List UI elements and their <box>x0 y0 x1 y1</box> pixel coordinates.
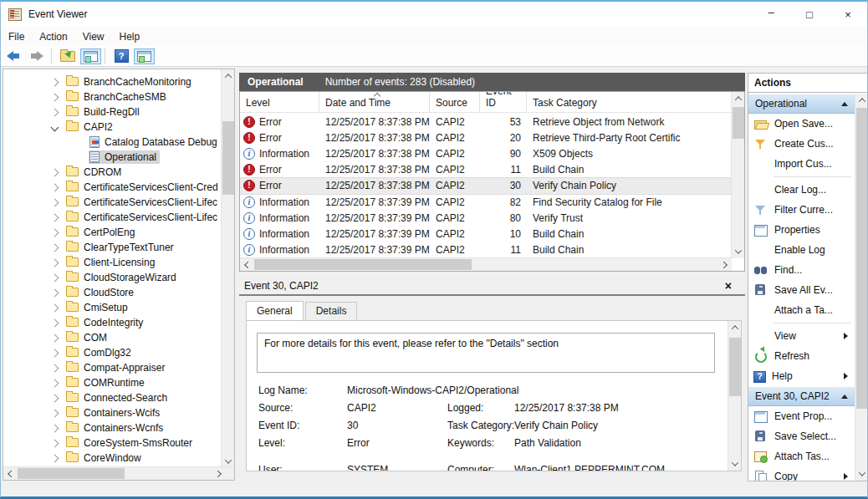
export-button[interactable] <box>57 47 79 65</box>
tree-vscroll-thumb[interactable] <box>222 121 234 195</box>
tree-item-compat-appraiser[interactable]: Compat-Appraiser <box>3 360 221 375</box>
menu-help[interactable]: Help <box>112 28 148 45</box>
action-copy[interactable]: Copy <box>748 466 855 481</box>
chevron-right-icon[interactable] <box>51 93 59 101</box>
chevron-right-icon[interactable] <box>51 334 59 342</box>
tree-item-branchcachesmb[interactable]: BranchCacheSMB <box>3 89 221 104</box>
chevron-right-icon[interactable] <box>51 78 59 86</box>
tree-item-com[interactable]: COM <box>3 330 221 345</box>
action-save-selected-events[interactable]: Save Select... <box>748 426 855 446</box>
column-header-task-category[interactable]: Task Category <box>527 92 731 112</box>
action-save-all-events[interactable]: Save All Ev... <box>748 280 855 300</box>
chevron-right-icon[interactable] <box>51 288 59 297</box>
chevron-right-icon[interactable] <box>51 303 59 312</box>
chevron-right-icon[interactable] <box>51 364 59 372</box>
action-properties[interactable]: Properties <box>748 220 855 240</box>
scroll-right-icon[interactable] <box>718 258 732 272</box>
maximize-button[interactable]: □ <box>790 2 829 27</box>
scroll-down-icon[interactable] <box>855 467 868 481</box>
tree-item-cmisetup[interactable]: CmiSetup <box>3 300 221 315</box>
chevron-right-icon[interactable] <box>51 439 59 447</box>
column-header-event-id[interactable]: Event ID <box>480 92 527 112</box>
chevron-down-icon[interactable] <box>51 123 59 131</box>
show-console-tree-button[interactable] <box>80 48 101 64</box>
tree-item-build-regdll[interactable]: Build-RegDll <box>3 104 221 120</box>
tree-item-catalog-database-debug[interactable]: Catalog Database Debug <box>3 135 221 150</box>
events-hscroll-thumb[interactable] <box>254 259 472 270</box>
chevron-right-icon[interactable] <box>51 424 59 432</box>
tree-item-branchcachemonitoring[interactable]: BranchCacheMonitoring <box>3 74 221 89</box>
action-filter-current-log[interactable]: Filter Curre... <box>748 200 855 220</box>
tree-item-client-licensing[interactable]: Client-Licensing <box>3 255 221 270</box>
detail-vscroll-thumb[interactable] <box>729 338 741 396</box>
tree-item-certificateservicesclient-lifec1[interactable]: CertificateServicesClient-Lifec <box>3 195 221 210</box>
chevron-right-icon[interactable] <box>51 213 59 221</box>
scroll-up-icon[interactable] <box>728 321 742 334</box>
chevron-right-icon[interactable] <box>51 273 59 282</box>
events-horizontal-scrollbar[interactable] <box>240 257 732 271</box>
tree-item-capi2[interactable]: CAPI2 <box>3 120 221 135</box>
event-row[interactable]: iInformation12/25/2017 8:37:39 PMCAPI210… <box>240 226 731 242</box>
chevron-right-icon[interactable] <box>51 394 59 402</box>
column-header-source[interactable]: Source <box>430 92 480 112</box>
tree-item-connected-search[interactable]: Connected-Search <box>3 390 221 405</box>
event-row-selected[interactable]: !Error12/25/2017 8:37:38 PMCAPI230Verify… <box>240 178 731 194</box>
tree-item-cloudstore[interactable]: CloudStore <box>3 285 221 300</box>
help-button[interactable]: ? <box>110 47 132 65</box>
action-import-custom-view[interactable]: Import Cus... <box>748 154 855 174</box>
show-action-pane-button[interactable] <box>134 48 155 64</box>
chevron-right-icon[interactable] <box>51 379 59 387</box>
action-help[interactable]: ?Help <box>748 366 855 386</box>
tree-item-comruntime[interactable]: COMRuntime <box>3 375 221 390</box>
column-header-level[interactable]: Level <box>240 92 319 112</box>
action-clear-log[interactable]: Clear Log... <box>748 180 855 200</box>
event-row[interactable]: iInformation12/25/2017 8:37:39 PMCAPI280… <box>240 210 731 226</box>
tree-item-certificateservicesclient-cred[interactable]: CertificateServicesClient-Cred <box>3 180 221 195</box>
action-create-custom-view[interactable]: Create Cus... <box>748 134 855 154</box>
detail-close-icon[interactable]: × <box>725 279 732 293</box>
action-enable-log[interactable]: Enable Log <box>748 240 855 260</box>
event-row[interactable]: !Error12/25/2017 8:37:38 PMCAPI253Retrie… <box>240 114 731 130</box>
column-header-datetime[interactable]: Date and Time <box>319 92 430 112</box>
tab-general[interactable]: General <box>246 301 304 320</box>
chevron-right-icon[interactable] <box>51 258 59 267</box>
tree-item-containers-wcnfs[interactable]: Containers-Wcnfs <box>3 420 221 435</box>
action-refresh[interactable]: Refresh <box>748 346 855 366</box>
menu-view[interactable]: View <box>75 28 112 45</box>
event-row[interactable]: iInformation12/25/2017 8:37:39 PMCAPI282… <box>240 194 731 210</box>
scroll-left-icon[interactable] <box>240 258 253 272</box>
tree-horizontal-scrollbar[interactable] <box>3 466 234 480</box>
back-button[interactable] <box>3 47 24 65</box>
minimize-button[interactable]: – <box>752 2 790 27</box>
tree-item-corewindow[interactable]: CoreWindow <box>3 451 221 466</box>
events-vscroll-thumb[interactable] <box>733 107 744 139</box>
menu-action[interactable]: Action <box>32 28 74 45</box>
event-row[interactable]: !Error12/25/2017 8:37:38 PMCAPI220Retrie… <box>240 130 731 145</box>
event-row[interactable]: iInformation12/25/2017 8:37:39 PMCAPI211… <box>240 242 731 258</box>
event-row[interactable]: !Error12/25/2017 8:37:38 PMCAPI211Build … <box>240 162 731 178</box>
chevron-right-icon[interactable] <box>51 198 59 206</box>
chevron-right-icon[interactable] <box>51 108 59 116</box>
actions-vertical-scrollbar[interactable] <box>855 94 867 481</box>
detail-vertical-scrollbar[interactable] <box>728 321 741 471</box>
tree-item-cloudstoragewizard[interactable]: CloudStorageWizard <box>3 270 221 285</box>
chevron-right-icon[interactable] <box>51 228 59 237</box>
tree-item-certpoleng[interactable]: CertPolEng <box>3 225 221 240</box>
scroll-down-icon[interactable] <box>728 457 742 471</box>
tree-item-comdlg32[interactable]: ComDlg32 <box>3 345 221 360</box>
chevron-right-icon[interactable] <box>51 318 59 327</box>
chevron-right-icon[interactable] <box>51 349 59 357</box>
actions-vscroll-thumb[interactable] <box>856 108 867 409</box>
chevron-right-icon[interactable] <box>51 183 59 191</box>
actions-section-event[interactable]: Event 30, CAPI2 <box>748 387 855 406</box>
action-find[interactable]: Find... <box>748 260 855 280</box>
scroll-left-icon[interactable] <box>3 467 17 481</box>
close-button[interactable]: × <box>829 2 867 27</box>
tree-hscroll-thumb[interactable] <box>18 468 125 479</box>
event-row[interactable]: iInformation12/25/2017 8:37:38 PMCAPI290… <box>240 145 731 161</box>
forward-button[interactable] <box>26 47 48 65</box>
scroll-up-icon[interactable] <box>732 92 745 105</box>
action-event-properties[interactable]: Event Prop... <box>748 406 855 426</box>
chevron-right-icon[interactable] <box>51 168 59 176</box>
actions-section-operational[interactable]: Operational <box>748 94 855 114</box>
